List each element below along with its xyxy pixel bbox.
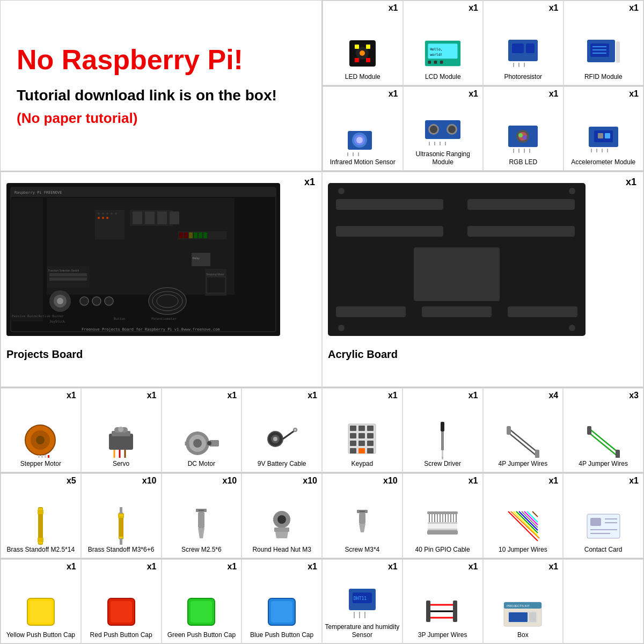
svg-point-80 [106,213,108,215]
gpio-cable-qty: x1 [469,476,478,486]
stepper-motor-cell: x1 Stepper Motor [1,388,81,473]
svg-rect-104 [207,277,225,293]
svg-rect-156 [358,433,365,438]
svg-point-147 [273,437,277,441]
svg-rect-179 [39,508,42,510]
red-cap-label: Red Push Button Cap [90,631,152,640]
jumper-wires-4p-x3-qty: x3 [629,391,639,400]
svg-marker-198 [359,524,365,532]
svg-line-224 [532,511,538,517]
box-cell: x1 PROJECTS KIT Box [483,559,564,644]
contact-card-img [584,509,622,544]
ir-sensor-label: Infrared Motion Sensor [330,158,396,167]
svg-rect-248 [426,601,430,622]
projects-board-cell: x1 Raspberry Pi FREENOVE [1,172,322,387]
svg-point-122 [338,325,345,331]
svg-text:Passive Buzzer: Passive Buzzer [12,314,39,318]
jumper-wires-4p-x4-qty: x4 [548,391,558,400]
svg-point-29 [356,137,363,143]
top-components-row1: x1 LED Module x1 [322,0,644,86]
svg-rect-129 [45,455,46,458]
svg-point-140 [193,439,202,448]
accel-cell: x1 Accelerometer Module [564,86,644,171]
keypad-label: Keypad [352,460,374,469]
svg-rect-5 [366,58,370,62]
svg-text:world!: world! [430,53,443,57]
rgb-led-label: RGB LED [509,158,537,167]
svg-rect-114 [336,226,443,237]
svg-rect-118 [422,306,492,317]
components-row4: x1 Stepper Motor x1 [0,387,644,473]
svg-rect-4 [355,58,359,62]
svg-rect-75 [199,232,202,238]
ultrasonic-cell: x1 Ultrasonic Ranging Module [403,86,484,171]
standoff-m25-qty: x5 [67,476,76,486]
yellow-cap-cell: x1 Yellow Push Button Cap [1,559,81,644]
rgb-led-img [504,121,542,156]
screw-m25-cell: x10 Screw M2.5*6 [162,473,242,558]
svg-rect-66 [133,211,142,224]
svg-line-148 [283,431,294,439]
svg-rect-112 [336,199,443,210]
stepper-motor-label: Stepper Motor [20,460,61,469]
svg-text:DHT11: DHT11 [354,596,367,601]
standoff-m3-qty: x10 [142,476,157,486]
svg-rect-213 [427,530,458,535]
svg-rect-153 [358,426,365,431]
svg-line-169 [508,433,538,457]
svg-text:Button: Button [114,317,126,320]
svg-point-88 [57,298,63,304]
svg-text:Potentiometer: Potentiometer [151,317,177,320]
standoff-m25-cell: x5 Brass Standoff M2.5*14 [1,473,81,558]
svg-rect-178 [38,538,43,542]
contact-card-cell: x1 Contact Card [563,473,643,558]
standoff-m3-img [103,509,140,544]
gpio-cable-img [424,509,462,544]
svg-rect-3 [366,45,370,49]
svg-rect-226 [590,518,601,526]
svg-rect-69 [170,211,179,224]
header-subtitle: Tutorial download link is on the box! [17,86,277,105]
svg-rect-53 [598,133,603,138]
svg-rect-72 [184,232,188,238]
svg-text:Stepping Motor: Stepping Motor [206,273,224,276]
jumper-wires-4p-x4-label: 4P Jumper Wires [498,460,547,469]
svg-rect-152 [350,426,356,431]
gpio-cable-label: 40 Pin GPIO Cable [415,546,470,554]
jumper-wires-10-cell: x1 10 Jumper Wires [483,473,564,558]
contact-card-qty: x1 [629,476,639,486]
box-img: PROJECTS KIT [501,594,544,629]
svg-rect-184 [119,537,123,538]
svg-point-91 [105,297,113,305]
blue-cap-cell: x1 Blue Push Button Cap [241,559,322,644]
svg-rect-68 [157,211,167,224]
contact-card-label: Contact Card [584,546,623,554]
svg-rect-164 [441,422,444,431]
temp-sensor-label: Temperature and humidity Sensor [325,623,400,640]
svg-rect-127 [38,455,40,458]
svg-rect-197 [359,513,365,524]
led-module-label: LED Module [345,73,380,82]
svg-rect-119 [508,306,577,317]
svg-rect-157 [367,433,374,438]
blue-cap-label: Blue Push Button Cap [250,631,313,640]
svg-point-90 [92,297,101,305]
screwdriver-label: Screw Driver [424,460,461,469]
svg-rect-160 [367,441,374,446]
jumper-wires-10-img [504,509,541,544]
svg-point-192 [277,515,286,524]
svg-point-126 [36,436,45,444]
svg-rect-2 [355,45,359,49]
keypad-img [343,423,381,458]
blue-cap-qty: x1 [308,562,317,572]
lcd-module-qty: x1 [469,3,478,13]
jumper-3p-cell: x1 3P Jumper Wires [402,559,483,644]
svg-point-85 [106,217,108,219]
boards-row: x1 Raspberry Pi FREENOVE [0,171,644,387]
battery-cable-label: 9V Battery Cable [258,460,306,469]
yellow-cap-img [22,594,60,629]
svg-rect-238 [271,601,292,623]
acrylic-board-qty: x1 [626,177,636,188]
rgb-led-cell: x1 RGB LED [483,86,564,171]
svg-text:Hello,: Hello, [430,47,443,52]
